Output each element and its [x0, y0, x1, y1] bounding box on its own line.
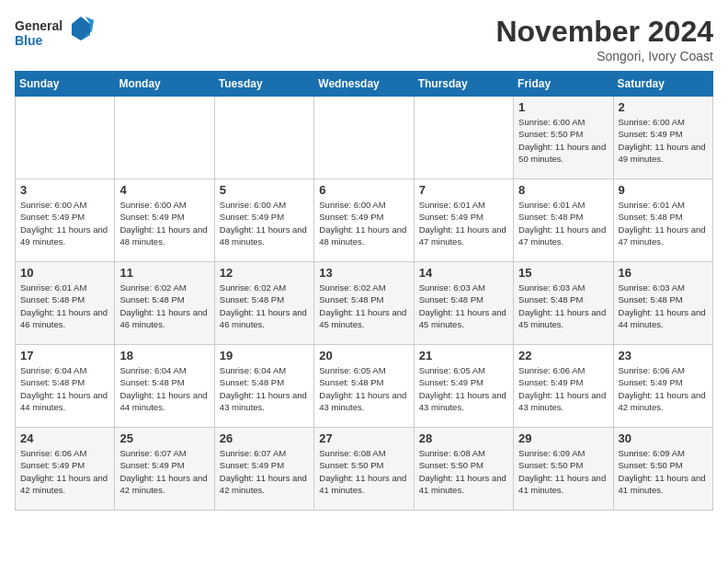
day-number: 4 [119, 183, 209, 197]
day-info: Sunrise: 6:00 AM Sunset: 5:49 PM Dayligh… [220, 199, 309, 247]
day-number: 11 [119, 266, 209, 280]
day-info: Sunrise: 6:03 AM Sunset: 5:48 PM Dayligh… [518, 282, 608, 330]
svg-marker-2 [72, 17, 90, 40]
calendar-cell: 5Sunrise: 6:00 AM Sunset: 5:49 PM Daylig… [214, 179, 313, 262]
day-number: 27 [319, 431, 408, 445]
day-number: 14 [419, 266, 508, 280]
day-info: Sunrise: 6:02 AM Sunset: 5:48 PM Dayligh… [119, 282, 209, 330]
calendar-cell: 14Sunrise: 6:03 AM Sunset: 5:48 PM Dayli… [414, 262, 513, 345]
day-info: Sunrise: 6:05 AM Sunset: 5:48 PM Dayligh… [319, 364, 408, 413]
day-info: Sunrise: 6:02 AM Sunset: 5:48 PM Dayligh… [319, 282, 408, 330]
calendar-title: November 2024 [495, 15, 713, 49]
calendar-cell: 30Sunrise: 6:09 AM Sunset: 5:50 PM Dayli… [613, 428, 712, 511]
day-number: 26 [220, 431, 309, 445]
calendar-cell: 11Sunrise: 6:02 AM Sunset: 5:48 PM Dayli… [115, 262, 214, 345]
col-header-sunday: Sunday [16, 72, 115, 97]
calendar-week-4: 17Sunrise: 6:04 AM Sunset: 5:48 PM Dayli… [16, 345, 713, 428]
calendar-cell: 25Sunrise: 6:07 AM Sunset: 5:49 PM Dayli… [115, 428, 214, 511]
calendar-cell [414, 97, 513, 179]
day-info: Sunrise: 6:01 AM Sunset: 5:48 PM Dayligh… [518, 199, 608, 247]
calendar-cell [16, 97, 115, 179]
calendar-cell: 26Sunrise: 6:07 AM Sunset: 5:49 PM Dayli… [214, 428, 313, 511]
day-info: Sunrise: 6:00 AM Sunset: 5:49 PM Dayligh… [319, 199, 408, 247]
day-number: 21 [419, 349, 508, 362]
col-header-monday: Monday [115, 72, 214, 97]
day-number: 23 [619, 349, 708, 362]
calendar-body: 1Sunrise: 6:00 AM Sunset: 5:50 PM Daylig… [16, 97, 713, 511]
calendar-cell [214, 97, 313, 179]
calendar-cell [314, 97, 414, 179]
day-info: Sunrise: 6:04 AM Sunset: 5:48 PM Dayligh… [20, 364, 109, 413]
day-info: Sunrise: 6:06 AM Sunset: 5:49 PM Dayligh… [20, 447, 109, 496]
header: General Blue November 2024 Songori, Ivor… [15, 15, 713, 63]
day-number: 17 [20, 349, 109, 362]
calendar-cell: 21Sunrise: 6:05 AM Sunset: 5:49 PM Dayli… [414, 345, 513, 428]
day-number: 25 [119, 431, 209, 445]
calendar-week-5: 24Sunrise: 6:06 AM Sunset: 5:49 PM Dayli… [16, 428, 713, 511]
day-info: Sunrise: 6:07 AM Sunset: 5:49 PM Dayligh… [220, 447, 309, 496]
day-number: 19 [220, 349, 309, 362]
calendar-cell: 2Sunrise: 6:00 AM Sunset: 5:49 PM Daylig… [613, 97, 712, 179]
calendar-cell: 27Sunrise: 6:08 AM Sunset: 5:50 PM Dayli… [314, 428, 414, 511]
day-number: 22 [518, 349, 608, 362]
col-header-friday: Friday [514, 72, 613, 97]
calendar-cell: 17Sunrise: 6:04 AM Sunset: 5:48 PM Dayli… [16, 345, 115, 428]
col-header-saturday: Saturday [613, 72, 712, 97]
calendar-cell: 18Sunrise: 6:04 AM Sunset: 5:48 PM Dayli… [115, 345, 214, 428]
day-info: Sunrise: 6:07 AM Sunset: 5:49 PM Dayligh… [119, 447, 209, 496]
col-header-wednesday: Wednesday [314, 72, 414, 97]
day-info: Sunrise: 6:08 AM Sunset: 5:50 PM Dayligh… [419, 447, 508, 496]
svg-text:Blue: Blue [15, 33, 43, 48]
calendar-cell: 29Sunrise: 6:09 AM Sunset: 5:50 PM Dayli… [514, 428, 613, 511]
svg-text:General: General [15, 18, 63, 33]
col-header-tuesday: Tuesday [214, 72, 313, 97]
day-number: 13 [319, 266, 408, 280]
calendar-cell: 22Sunrise: 6:06 AM Sunset: 5:49 PM Dayli… [514, 345, 613, 428]
calendar-cell: 23Sunrise: 6:06 AM Sunset: 5:49 PM Dayli… [613, 345, 712, 428]
title-area: November 2024 Songori, Ivory Coast [495, 15, 713, 63]
day-info: Sunrise: 6:02 AM Sunset: 5:48 PM Dayligh… [220, 282, 309, 330]
day-number: 29 [518, 431, 608, 445]
calendar-cell: 24Sunrise: 6:06 AM Sunset: 5:49 PM Dayli… [16, 428, 115, 511]
day-info: Sunrise: 6:00 AM Sunset: 5:49 PM Dayligh… [119, 199, 209, 247]
day-info: Sunrise: 6:08 AM Sunset: 5:50 PM Dayligh… [319, 447, 408, 496]
day-info: Sunrise: 6:01 AM Sunset: 5:48 PM Dayligh… [619, 199, 708, 247]
day-info: Sunrise: 6:06 AM Sunset: 5:49 PM Dayligh… [619, 364, 708, 413]
day-number: 30 [619, 431, 708, 445]
day-number: 1 [518, 100, 608, 114]
day-number: 12 [220, 266, 309, 280]
day-number: 28 [419, 431, 508, 445]
day-info: Sunrise: 6:01 AM Sunset: 5:49 PM Dayligh… [419, 199, 508, 247]
day-number: 18 [119, 349, 209, 362]
day-number: 2 [619, 100, 708, 114]
day-number: 15 [518, 266, 608, 280]
calendar-subtitle: Songori, Ivory Coast [495, 49, 713, 63]
calendar-cell: 28Sunrise: 6:08 AM Sunset: 5:50 PM Dayli… [414, 428, 513, 511]
day-info: Sunrise: 6:06 AM Sunset: 5:49 PM Dayligh… [518, 364, 608, 413]
logo: General Blue [15, 15, 97, 52]
logo-svg: General Blue [15, 15, 97, 52]
calendar-cell: 16Sunrise: 6:03 AM Sunset: 5:48 PM Dayli… [613, 262, 712, 345]
calendar-cell: 6Sunrise: 6:00 AM Sunset: 5:49 PM Daylig… [314, 179, 414, 262]
day-info: Sunrise: 6:09 AM Sunset: 5:50 PM Dayligh… [619, 447, 708, 496]
day-number: 6 [319, 183, 408, 197]
calendar-cell: 10Sunrise: 6:01 AM Sunset: 5:48 PM Dayli… [16, 262, 115, 345]
day-info: Sunrise: 6:04 AM Sunset: 5:48 PM Dayligh… [220, 364, 309, 413]
day-info: Sunrise: 6:09 AM Sunset: 5:50 PM Dayligh… [518, 447, 608, 496]
day-info: Sunrise: 6:00 AM Sunset: 5:50 PM Dayligh… [518, 116, 608, 165]
calendar-cell: 9Sunrise: 6:01 AM Sunset: 5:48 PM Daylig… [613, 179, 712, 262]
calendar-cell: 15Sunrise: 6:03 AM Sunset: 5:48 PM Dayli… [514, 262, 613, 345]
calendar-week-3: 10Sunrise: 6:01 AM Sunset: 5:48 PM Dayli… [16, 262, 713, 345]
day-info: Sunrise: 6:00 AM Sunset: 5:49 PM Dayligh… [619, 116, 708, 165]
calendar-cell: 20Sunrise: 6:05 AM Sunset: 5:48 PM Dayli… [314, 345, 414, 428]
day-number: 20 [319, 349, 408, 362]
col-header-thursday: Thursday [414, 72, 513, 97]
calendar-cell: 1Sunrise: 6:00 AM Sunset: 5:50 PM Daylig… [514, 97, 613, 179]
day-info: Sunrise: 6:04 AM Sunset: 5:48 PM Dayligh… [119, 364, 209, 413]
day-number: 10 [20, 266, 109, 280]
day-info: Sunrise: 6:01 AM Sunset: 5:48 PM Dayligh… [20, 282, 109, 330]
day-info: Sunrise: 6:03 AM Sunset: 5:48 PM Dayligh… [619, 282, 708, 330]
calendar-week-1: 1Sunrise: 6:00 AM Sunset: 5:50 PM Daylig… [16, 97, 713, 179]
calendar-cell: 3Sunrise: 6:00 AM Sunset: 5:49 PM Daylig… [16, 179, 115, 262]
day-info: Sunrise: 6:05 AM Sunset: 5:49 PM Dayligh… [419, 364, 508, 413]
